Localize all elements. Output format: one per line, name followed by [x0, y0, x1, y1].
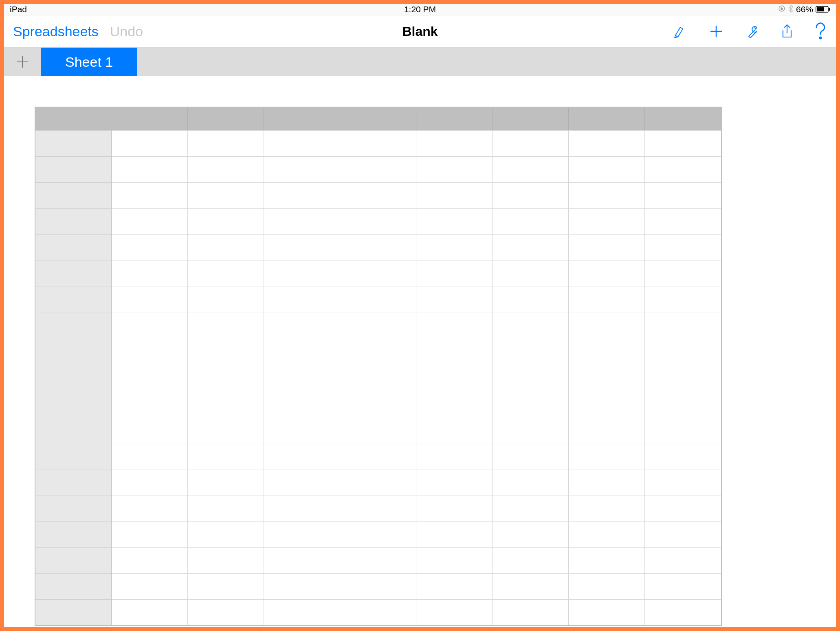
cell[interactable] — [112, 287, 188, 313]
cell[interactable] — [340, 130, 416, 156]
column-header[interactable] — [416, 107, 493, 130]
cell[interactable] — [264, 443, 340, 469]
cell[interactable] — [569, 234, 645, 261]
cell[interactable] — [340, 182, 416, 208]
cell[interactable] — [645, 339, 721, 365]
cell[interactable] — [340, 391, 416, 417]
cell[interactable] — [416, 391, 493, 417]
cell[interactable] — [493, 156, 569, 182]
cell[interactable] — [188, 495, 264, 521]
row-header[interactable] — [35, 156, 112, 182]
cell[interactable] — [112, 443, 188, 469]
cell[interactable] — [188, 443, 264, 469]
cell[interactable] — [340, 469, 416, 495]
cell[interactable] — [264, 182, 340, 208]
column-header[interactable] — [264, 107, 340, 130]
cell[interactable] — [112, 599, 188, 625]
cell[interactable] — [112, 417, 188, 443]
cell[interactable] — [569, 573, 645, 599]
cell[interactable] — [112, 521, 188, 547]
row-header[interactable] — [35, 339, 112, 365]
cell[interactable] — [645, 521, 721, 547]
cell[interactable] — [416, 573, 493, 599]
cell[interactable] — [112, 208, 188, 234]
cell[interactable] — [188, 208, 264, 234]
cell[interactable] — [645, 287, 721, 313]
cell[interactable] — [264, 417, 340, 443]
column-header[interactable] — [188, 107, 264, 130]
cell[interactable] — [569, 208, 645, 234]
cell[interactable] — [112, 234, 188, 261]
cell[interactable] — [340, 313, 416, 339]
cell[interactable] — [493, 208, 569, 234]
cell[interactable] — [416, 521, 493, 547]
cell[interactable] — [112, 365, 188, 391]
cell[interactable] — [264, 391, 340, 417]
cell[interactable] — [645, 234, 721, 261]
row-header[interactable] — [35, 599, 112, 625]
row-header[interactable] — [35, 287, 112, 313]
cell[interactable] — [569, 521, 645, 547]
cell[interactable] — [416, 469, 493, 495]
cell[interactable] — [112, 339, 188, 365]
column-header[interactable] — [340, 107, 416, 130]
cell[interactable] — [493, 339, 569, 365]
cell[interactable] — [112, 573, 188, 599]
wrench-icon[interactable] — [744, 23, 760, 39]
row-header[interactable] — [35, 208, 112, 234]
cell[interactable] — [493, 287, 569, 313]
cell[interactable] — [340, 417, 416, 443]
cell[interactable] — [264, 287, 340, 313]
cell[interactable] — [188, 182, 264, 208]
cell[interactable] — [340, 261, 416, 287]
cell[interactable] — [112, 495, 188, 521]
cell[interactable] — [340, 495, 416, 521]
column-header[interactable] — [493, 107, 569, 130]
canvas-area[interactable] — [4, 76, 836, 627]
share-icon[interactable] — [780, 23, 794, 39]
cell[interactable] — [188, 521, 264, 547]
cell[interactable] — [188, 469, 264, 495]
cell[interactable] — [569, 391, 645, 417]
cell[interactable] — [493, 182, 569, 208]
cell[interactable] — [264, 234, 340, 261]
cell[interactable] — [645, 130, 721, 156]
cell[interactable] — [188, 339, 264, 365]
row-header[interactable] — [35, 443, 112, 469]
cell[interactable] — [340, 156, 416, 182]
cell[interactable] — [112, 547, 188, 573]
cell[interactable] — [340, 443, 416, 469]
cell[interactable] — [112, 469, 188, 495]
plus-icon[interactable] — [708, 23, 724, 39]
cell[interactable] — [645, 469, 721, 495]
row-header[interactable] — [35, 313, 112, 339]
cell[interactable] — [493, 599, 569, 625]
row-header[interactable] — [35, 130, 112, 156]
row-header[interactable] — [35, 261, 112, 287]
cell[interactable] — [112, 156, 188, 182]
spreadsheet-grid[interactable] — [35, 107, 722, 626]
row-header[interactable] — [35, 391, 112, 417]
back-button[interactable]: Spreadsheets — [13, 24, 99, 39]
cell[interactable] — [569, 495, 645, 521]
cell[interactable] — [569, 547, 645, 573]
cell[interactable] — [264, 469, 340, 495]
cell[interactable] — [264, 599, 340, 625]
cell[interactable] — [645, 443, 721, 469]
cell[interactable] — [188, 313, 264, 339]
cell[interactable] — [416, 261, 493, 287]
cell[interactable] — [493, 261, 569, 287]
row-header[interactable] — [35, 495, 112, 521]
cell[interactable] — [188, 287, 264, 313]
cell[interactable] — [569, 287, 645, 313]
cell[interactable] — [645, 365, 721, 391]
cell[interactable] — [569, 417, 645, 443]
cell[interactable] — [645, 156, 721, 182]
cell[interactable] — [569, 339, 645, 365]
cell[interactable] — [340, 547, 416, 573]
add-sheet-button[interactable] — [4, 48, 41, 76]
cell[interactable] — [569, 130, 645, 156]
cell[interactable] — [188, 573, 264, 599]
cell[interactable] — [416, 339, 493, 365]
cell[interactable] — [493, 469, 569, 495]
